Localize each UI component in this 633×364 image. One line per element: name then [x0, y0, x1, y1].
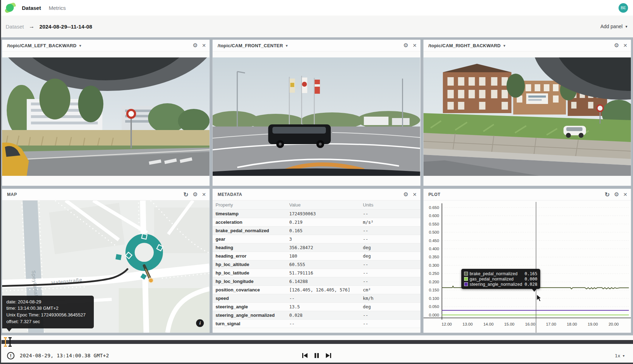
property-cell: acceleration [213, 218, 286, 227]
value-cell: 0.028 [286, 311, 360, 320]
table-row: turn_signal---- [213, 320, 420, 328]
property-cell: timestamp [213, 210, 286, 218]
legend-series-value: 0.000 [525, 277, 537, 282]
window-edge-left [0, 0, 1, 364]
playback-timestamp: 2024-08-29, 13:14:00.38 GMT+2 [20, 353, 109, 358]
units-cell: deg [360, 243, 420, 252]
pause-icon [314, 353, 319, 358]
table-row: brake_pedal_normalized0.165-- [213, 227, 420, 235]
nav-tabs: Dataset Metrics [22, 5, 66, 11]
chevron-down-icon: ▾ [623, 354, 625, 358]
chevron-down-icon: ▾ [504, 44, 505, 48]
close-icon[interactable]: ✕ [623, 43, 627, 48]
playback-speed-select[interactable]: 1x ▾ [615, 353, 625, 358]
panel-plot: PLOT ↻ ⚙ ✕ 0.0000.0500.1000.1500.2000.25… [423, 189, 631, 333]
value-cell: 3 [286, 235, 360, 243]
refresh-icon[interactable]: ↻ [183, 192, 188, 198]
value-cell: 0.165 [286, 227, 360, 235]
panel-title: MAP [7, 192, 17, 197]
table-column-header: Property [213, 200, 286, 210]
table-column-header: Value [286, 200, 360, 210]
value-cell: 0.219 [286, 218, 360, 227]
gear-icon[interactable]: ⚙ [614, 43, 619, 48]
property-cell: gear [213, 235, 286, 243]
close-icon[interactable]: ✕ [413, 43, 417, 48]
timeline-cursor-marker[interactable] [10, 337, 11, 347]
timeline-range-marker[interactable] [5, 337, 6, 347]
app-logo-icon[interactable] [5, 3, 16, 12]
value-cell: 356.28472 [286, 243, 360, 252]
property-cell: position_covariance [213, 286, 286, 294]
nav-tab-metrics[interactable]: Metrics [49, 5, 66, 11]
close-icon[interactable]: ✕ [623, 192, 627, 197]
gear-icon[interactable]: ⚙ [403, 192, 408, 197]
svg-text:14.00: 14.00 [483, 322, 493, 326]
svg-text:0.600: 0.600 [429, 214, 439, 218]
user-avatar[interactable]: BE [619, 3, 628, 13]
close-icon[interactable]: ✕ [202, 192, 206, 197]
playback-speed-label: 1x [615, 353, 620, 358]
gear-icon[interactable]: ⚙ [193, 192, 197, 197]
breadcrumb-bar: Dataset → 2024-08-29--11-14-08 Add panel… [0, 16, 633, 37]
legend-series-value: 0.028 [525, 282, 537, 287]
topic-select-cam-left[interactable]: /topic/CAM_LEFT_BACKWARD ▾ [7, 43, 81, 48]
map-tooltip-time: time: 13:14:00.38 GMT+2 [6, 305, 90, 312]
topic-select-cam-front[interactable]: /topic/CAM_FRONT_CENTER ▾ [218, 43, 287, 48]
chevron-down-icon: ▾ [625, 24, 627, 29]
svg-text:0.550: 0.550 [429, 222, 439, 226]
table-row: steering_angle_normalized0.028-- [213, 311, 420, 320]
camera-scene-right-backward [424, 57, 631, 176]
camera-image-cam-right [424, 51, 631, 186]
pause-button[interactable] [314, 352, 320, 359]
breadcrumb-root-link[interactable]: Dataset [6, 24, 24, 30]
svg-text:0.100: 0.100 [429, 296, 439, 301]
units-cell: -- [360, 210, 420, 218]
close-icon[interactable]: ✕ [202, 43, 206, 48]
plot-hover-tooltip: brake_pedal_normalized0.165gas_pedal_nor… [461, 269, 540, 289]
plot-canvas[interactable]: 0.0000.0500.1000.1500.2000.2500.3000.350… [424, 200, 631, 333]
table-row: hp_loc_latitude51.791116-- [213, 269, 420, 277]
topic-label: /topic/CAM_FRONT_CENTER [218, 43, 283, 48]
gear-icon[interactable]: ⚙ [193, 43, 197, 48]
table-row: steering_angle13.5deg [213, 303, 420, 311]
add-panel-button[interactable]: Add panel ▾ [600, 24, 627, 29]
property-cell: brake_pedal_normalized [213, 227, 286, 235]
map-tooltip-date: date: 2024-08-29 [6, 299, 90, 306]
property-cell: turn_signal [213, 320, 286, 328]
units-cell: -- [360, 227, 420, 235]
svg-text:0.250: 0.250 [429, 271, 439, 276]
property-cell: hp_loc_altitude [213, 260, 286, 269]
units-cell: -- [360, 260, 420, 269]
units-cell: -- [360, 320, 420, 328]
svg-text:19.00: 19.00 [588, 322, 598, 326]
nav-tab-dataset[interactable]: Dataset [22, 5, 41, 11]
panel-grid: /topic/CAM_LEFT_BACKWARD ▾ ⚙ ✕ [0, 37, 633, 335]
value-cell: 60.555 [286, 260, 360, 269]
units-cell: -- [360, 235, 420, 243]
topic-select-cam-right[interactable]: /topic/CAM_RIGHT_BACKWARD ▾ [428, 43, 505, 48]
alert-icon[interactable]: ! [7, 352, 14, 359]
svg-text:0.050: 0.050 [429, 304, 439, 309]
close-icon[interactable]: ✕ [413, 192, 417, 197]
table-row: acceleration0.219m/s² [213, 218, 420, 227]
map-timestamp-tooltip: date: 2024-08-29 time: 13:14:00.38 GMT+2… [2, 296, 94, 328]
svg-text:0.200: 0.200 [429, 280, 439, 284]
gear-icon[interactable]: ⚙ [614, 192, 619, 197]
value-cell: [126.405, 126.405, 576] [286, 286, 360, 294]
panel-cam-front-center: /topic/CAM_FRONT_CENTER ▾ ⚙ ✕ [212, 39, 420, 186]
skip-forward-button[interactable] [325, 352, 332, 359]
property-cell: heading [213, 243, 286, 252]
svg-text:0.150: 0.150 [429, 288, 439, 292]
top-nav: Dataset Metrics BE [0, 0, 633, 16]
refresh-icon[interactable]: ↻ [605, 192, 610, 198]
window-edge-bottom [0, 363, 633, 364]
camera-scene-left-backward [2, 57, 209, 176]
map-tooltip-offset: offset: 7.327 sec [6, 319, 90, 325]
skip-back-button[interactable] [301, 352, 309, 359]
gear-icon[interactable]: ⚙ [403, 43, 408, 48]
legend-row: steering_angle_normalized0.028 [464, 282, 537, 287]
timeline-track[interactable] [1, 340, 633, 344]
table-row: hp_loc_longitude6.14288-- [213, 277, 420, 286]
map-canvas[interactable]: Speykanal Hafenstraße date: 2024-08-29 t… [2, 200, 209, 333]
panel-header: /topic/CAM_FRONT_CENTER ▾ ⚙ ✕ [213, 40, 420, 51]
